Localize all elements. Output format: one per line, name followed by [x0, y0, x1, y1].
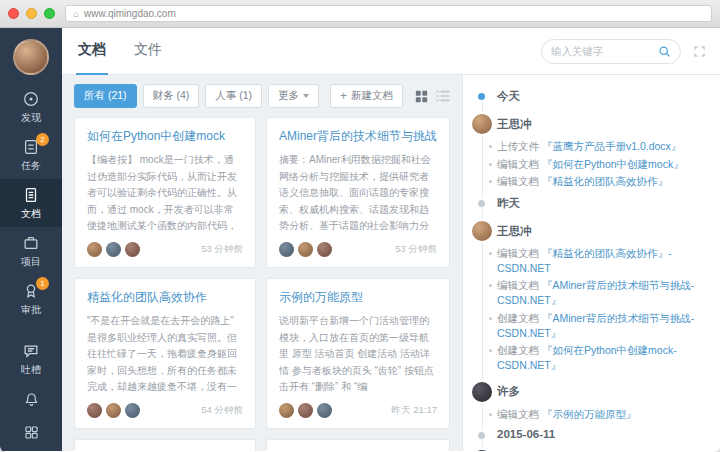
sidebar-item-projects[interactable]: 项目	[0, 227, 62, 275]
activity-user-name[interactable]: 王思冲	[497, 117, 532, 132]
avatar[interactable]	[470, 112, 494, 136]
avatar	[279, 242, 294, 257]
filter-label: 更多	[278, 89, 299, 103]
document-card-time: 53 分钟前	[201, 243, 243, 256]
activity-date-group: 今天	[463, 89, 712, 104]
document-card[interactable]: 如何在Python中创建mock 【编者按】 mock是一门技术，通过伪造部分实…	[74, 117, 256, 268]
activity-item: 编辑文档 『如何在Python中创建mock』	[463, 157, 712, 172]
document-card-excerpt: 说明新平台新增一个门活动管理的模块，入口放在首页的第一级导航里 原型 活动首页 …	[279, 313, 437, 395]
apps-grid-button[interactable]	[0, 416, 62, 449]
bullet-icon	[489, 317, 492, 320]
sidebar-item-label: 发现	[21, 111, 41, 125]
activity-doc-link[interactable]: 『蓝鹰方产品手册v1.0.docx』	[542, 140, 681, 152]
activity-item: 创建文档 『如何在Python中创建mock-CSDN.NET』	[463, 343, 712, 372]
sidebar-item-tasks[interactable]: 2 任务	[0, 131, 62, 179]
filter-more-button[interactable]: 更多	[268, 84, 319, 108]
document-card-excerpt: 摘要：AMiner利用数据挖掘和社会网络分析与挖掘技术，提供研究者语义信息抽取、…	[279, 152, 437, 234]
activity-user-name[interactable]: 许多	[497, 384, 520, 399]
window-controls	[8, 8, 55, 19]
avatar	[298, 242, 313, 257]
activity-doc-link[interactable]: 『如何在Python中创建mock』	[542, 158, 684, 170]
address-bar[interactable]: ⌂ www.qimingdao.com	[65, 5, 712, 22]
document-card-title[interactable]: 精益化的团队高效协作	[87, 289, 243, 306]
user-avatar[interactable]	[13, 39, 49, 75]
filter-all-button[interactable]: 所有 (21)	[74, 84, 137, 108]
sidebar-item-label: 吐槽	[21, 363, 41, 377]
activity-doc-link[interactable]: 『精益化的团队高效协作』	[542, 175, 668, 187]
document-card-title[interactable]: 常用Js	[279, 450, 437, 451]
document-card[interactable]: 精益化的团队高效协作 “不是在开会就是在去开会的路上”是很多职业经理人的真实写照…	[74, 278, 256, 429]
activity-user-name[interactable]: 王思冲	[497, 224, 532, 239]
activity-entry-head: 方大头	[463, 448, 712, 451]
tab-files[interactable]: 文件	[132, 28, 164, 75]
activity-action: 上传文件	[497, 140, 539, 152]
avatar[interactable]	[470, 219, 494, 243]
avatar	[298, 403, 313, 418]
notifications-button[interactable]	[0, 383, 62, 416]
activity-entry: 王思冲 上传文件 『蓝鹰方产品手册v1.0.docx』 编辑文档 『如何在Pyt…	[463, 112, 712, 189]
tasks-badge: 2	[36, 133, 49, 146]
view-toggles	[415, 90, 450, 103]
sidebar-item-approvals[interactable]: 1 审批	[0, 275, 62, 323]
browser-window: ⌂ www.qimingdao.com 发现 2 任务	[0, 0, 720, 452]
avatar[interactable]	[470, 380, 494, 404]
activity-entry-head: 许多	[463, 380, 712, 404]
document-card-title[interactable]: 什么是快速排序	[87, 450, 243, 451]
tab-label: 文档	[78, 41, 106, 59]
filter-finance-button[interactable]: 财务 (4)	[143, 84, 200, 108]
expand-icon[interactable]	[693, 45, 706, 58]
activity-date-group: 昨天	[463, 196, 712, 211]
activity-action: 创建文档	[497, 344, 539, 356]
document-card[interactable]: AMiner背后的技术细节与挑战 摘要：AMiner利用数据挖掘和社会网络分析与…	[266, 117, 450, 268]
sidebar: 发现 2 任务 文档 项目	[0, 28, 62, 451]
plus-icon: +	[340, 89, 347, 103]
search-input[interactable]	[551, 45, 658, 57]
document-card-title[interactable]: 示例的万能原型	[279, 289, 437, 306]
documents-area: 所有 (21) 财务 (4) 人事 (1) 更多	[62, 75, 462, 451]
bullet-icon	[489, 252, 492, 255]
document-card-title[interactable]: AMiner背后的技术细节与挑战	[279, 128, 437, 145]
avatar	[87, 242, 102, 257]
new-document-button[interactable]: + 新建文档	[330, 84, 403, 108]
document-card[interactable]: 常用Js	[266, 439, 450, 451]
avatar	[317, 403, 332, 418]
bullet-icon	[489, 284, 492, 287]
document-card-time: 54 分钟前	[201, 404, 243, 417]
document-card-footer: 54 分钟前	[87, 403, 243, 418]
activity-doc-link[interactable]: 『示例的万能原型』	[542, 408, 637, 420]
sidebar-item-label: 文档	[21, 207, 41, 221]
minimize-button[interactable]	[26, 8, 37, 19]
fullscreen-button[interactable]	[44, 8, 55, 19]
browser-chrome: ⌂ www.qimingdao.com	[0, 0, 720, 28]
bullet-icon	[489, 349, 492, 352]
document-card-time: 昨天 21:17	[392, 404, 437, 417]
activity-item: 编辑文档 『精益化的团队高效协作』	[463, 174, 712, 189]
close-button[interactable]	[8, 8, 19, 19]
tab-documents[interactable]: 文档	[76, 28, 108, 75]
activity-item: 编辑文档 『AMiner背后的技术细节与挑战-CSDN.NET』	[463, 278, 712, 307]
sidebar-item-label: 审批	[21, 303, 41, 317]
chevron-down-icon	[303, 94, 309, 98]
activity-entry-head: 王思冲	[463, 112, 712, 136]
activity-timeline: 今天 王思冲 上传文件 『蓝鹰方产品手册v1.0.docx』	[463, 89, 712, 451]
document-card[interactable]: 什么是快速排序	[74, 439, 256, 451]
search-icon[interactable]	[658, 45, 671, 58]
sidebar-item-label: 任务	[21, 159, 41, 173]
sidebar-item-feedback[interactable]: 吐槽	[0, 335, 62, 383]
sidebar-item-documents[interactable]: 文档	[0, 179, 62, 227]
document-card-footer: 53 分钟前	[279, 242, 437, 257]
avatar	[106, 242, 121, 257]
grid-view-icon[interactable]	[415, 90, 428, 103]
app-shell: 发现 2 任务 文档 项目	[0, 28, 720, 451]
list-view-icon[interactable]	[436, 90, 450, 102]
avatar	[125, 242, 140, 257]
document-card[interactable]: 示例的万能原型 说明新平台新增一个门活动管理的模块，入口放在首页的第一级导航里 …	[266, 278, 450, 429]
avatar	[279, 403, 294, 418]
activity-item: 上传文件 『蓝鹰方产品手册v1.0.docx』	[463, 139, 712, 154]
avatar[interactable]	[470, 448, 494, 451]
filter-hr-button[interactable]: 人事 (1)	[205, 84, 262, 108]
document-card-title[interactable]: 如何在Python中创建mock	[87, 128, 243, 145]
activity-entry: 许多 编辑文档 『示例的万能原型』	[463, 380, 712, 422]
tab-label: 文件	[134, 41, 162, 59]
sidebar-item-discover[interactable]: 发现	[0, 83, 62, 131]
